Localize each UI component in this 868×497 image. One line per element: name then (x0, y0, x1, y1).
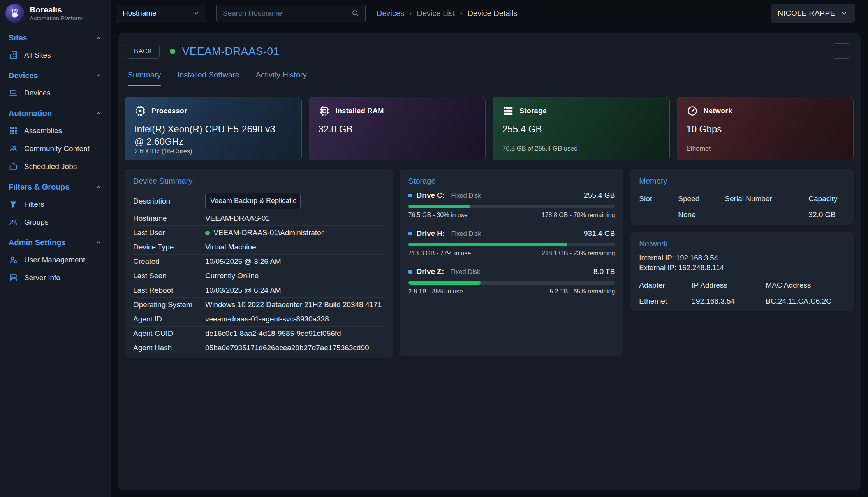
drive-h: Drive H: Fixed Disk 931.4 GB 713.3 GB - … (408, 229, 615, 257)
chevron-up-icon (95, 35, 102, 42)
chevron-up-icon (95, 72, 102, 79)
user-gear-icon (9, 255, 18, 265)
sidebar-section-header-devices[interactable]: Devices (0, 64, 111, 84)
groups-icon (9, 218, 18, 227)
sidebar-item-filters[interactable]: Filters (0, 195, 111, 213)
breadcrumb-devices[interactable]: Devices (377, 9, 404, 18)
sidebar-section-filters-groups: Filters & Groups Filters Groups (0, 176, 111, 231)
chevron-up-icon (95, 110, 102, 117)
section-label: Sites (9, 33, 27, 42)
storage-card: Storage Drive C: Fixed Disk 255.4 GB 76.… (400, 169, 624, 356)
stat-value: Intel(R) Xeon(R) CPU E5-2690 v3 @ 2.60GH… (134, 123, 285, 148)
sidebar-item-devices[interactable]: Devices (0, 84, 111, 102)
search-box (216, 5, 366, 22)
network-table: Adapter IP Address MAC Address Ethernet … (639, 277, 845, 309)
topbar: Hostname Devices Device List Device Deta… (111, 0, 868, 26)
stat-label: Network (704, 107, 732, 115)
cpu-icon (134, 105, 146, 117)
summary-row-agent-guid: Agent GUID de16c0c1-8aa2-4d18-9585-9ce91… (133, 327, 384, 341)
funnel-icon (9, 200, 18, 209)
right-column: Memory Slot Speed Serial Number Capacity… (630, 169, 854, 311)
drive-remaining: 5.2 TB - 65% remaining (550, 288, 615, 295)
network-table-header: Adapter IP Address MAC Address (639, 277, 845, 293)
summary-row-device-type: Device Type Virtual Machine (133, 240, 384, 255)
tab-summary[interactable]: Summary (128, 70, 161, 86)
memory-title: Memory (639, 177, 845, 186)
device-header: BACK VEEAM-DRAAS-01 (125, 42, 854, 59)
sidebar-section-sites: Sites All Sites (0, 26, 111, 64)
summary-row-agent-hash: Agent Hash 05ba0e7935171d626ecea29b27d7a… (133, 341, 384, 355)
sidebar-section-admin-settings: Admin Settings User Management Server In… (0, 231, 111, 287)
sidebar-item-groups[interactable]: Groups (0, 213, 111, 231)
breadcrumb-current: Device Details (468, 9, 518, 18)
sidebar-item-server-info[interactable]: Server Info (0, 269, 111, 287)
network-table-row: Ethernet 192.168.3.54 BC:24:11:CA:C6:2C (639, 293, 845, 309)
sidebar: Borealis Automation Platform Sites All S… (0, 0, 111, 497)
breadcrumb-device-list[interactable]: Device List (417, 9, 455, 18)
drive-usage-bar (408, 281, 615, 285)
user-menu[interactable]: NICOLE RAPPE (771, 4, 855, 23)
server-icon (9, 273, 18, 283)
online-status-dot (170, 49, 175, 54)
search-icon[interactable] (351, 9, 360, 18)
memory-table-header: Slot Speed Serial Number Capacity (639, 191, 845, 207)
section-label: Admin Settings (9, 238, 66, 247)
briefcase-icon (9, 162, 18, 171)
description-input[interactable] (205, 193, 301, 209)
detail-columns: Device Summary Description Hostname VEEA… (125, 169, 854, 358)
chevron-up-icon (95, 184, 102, 191)
stat-value: 255.4 GB (502, 123, 653, 135)
drive-bullet-icon (408, 270, 412, 274)
ram-icon (319, 105, 330, 117)
stat-value: 10 Gbps (687, 123, 838, 135)
sidebar-section-header-sites[interactable]: Sites (0, 26, 111, 46)
section-label: Devices (9, 71, 38, 80)
stat-footer: 2.60GHz (16-Cores) (134, 148, 292, 155)
drive-bullet-icon (408, 194, 412, 197)
summary-row-agent-id: Agent ID veeam-draas-01-agent-svc-8930a3… (133, 312, 384, 327)
chevron-up-icon (95, 239, 102, 246)
stat-label: Installed RAM (336, 107, 384, 115)
sidebar-item-all-sites[interactable]: All Sites (0, 46, 111, 64)
network-title: Network (639, 239, 845, 248)
summary-row-last-reboot: Last Reboot 10/03/2025 @ 6:24 AM (133, 283, 384, 298)
tab-activity-history[interactable]: Activity History (256, 70, 307, 86)
drive-bullet-icon (408, 232, 412, 235)
search-input[interactable] (222, 9, 351, 18)
stat-footer: 76.5 GB of 255.4 GB used (502, 145, 660, 152)
hostname-filter-value: Hostname (123, 9, 157, 18)
chevron-down-icon (193, 10, 199, 16)
sidebar-section-header-admin-settings[interactable]: Admin Settings (0, 231, 111, 251)
brand-subtitle: Automation Platform (30, 15, 83, 21)
section-label: Filters & Groups (9, 183, 70, 191)
drive-usage-bar (408, 243, 615, 246)
internal-ip: Internal IP: 192.168.3.54 (639, 254, 845, 262)
section-label: Automation (9, 109, 52, 118)
summary-row-operating-system: Operating System Windows 10 2022 Datacen… (133, 298, 384, 312)
more-actions-button[interactable] (832, 43, 850, 59)
external-ip: External IP: 162.248.8.114 (639, 263, 845, 272)
stat-label: Processor (151, 107, 187, 115)
network-card: Network Internal IP: 192.168.3.54 Extern… (630, 232, 854, 311)
tab-installed-software[interactable]: Installed Software (178, 70, 239, 86)
stat-card-processor: Processor Intel(R) Xeon(R) CPU E5-2690 v… (125, 97, 302, 160)
stat-cards: Processor Intel(R) Xeon(R) CPU E5-2690 v… (125, 97, 854, 160)
stat-value: 32.0 GB (319, 123, 470, 135)
row-label: Description (133, 197, 205, 205)
drive-used: 2.8 TB - 35% in use (408, 288, 463, 295)
device-summary-card: Device Summary Description Hostname VEEA… (125, 169, 393, 358)
sidebar-item-assemblies[interactable]: Assemblies (0, 122, 111, 140)
sidebar-section-header-automation[interactable]: Automation (0, 102, 111, 122)
stat-label: Storage (519, 107, 547, 115)
sidebar-item-community-content[interactable]: Community Content (0, 140, 111, 158)
sidebar-item-scheduled-jobs[interactable]: Scheduled Jobs (0, 158, 111, 176)
sidebar-section-header-filters-groups[interactable]: Filters & Groups (0, 176, 111, 195)
laptop-icon (9, 88, 18, 98)
sidebar-section-automation: Automation Assemblies Community Content … (0, 102, 111, 176)
back-button[interactable]: BACK (127, 44, 160, 59)
device-summary-title: Device Summary (133, 177, 384, 186)
memory-card: Memory Slot Speed Serial Number Capacity… (630, 169, 854, 225)
hostname-filter-dropdown[interactable]: Hostname (117, 5, 205, 22)
sidebar-item-user-management[interactable]: User Management (0, 251, 111, 269)
gauge-icon (687, 105, 698, 117)
